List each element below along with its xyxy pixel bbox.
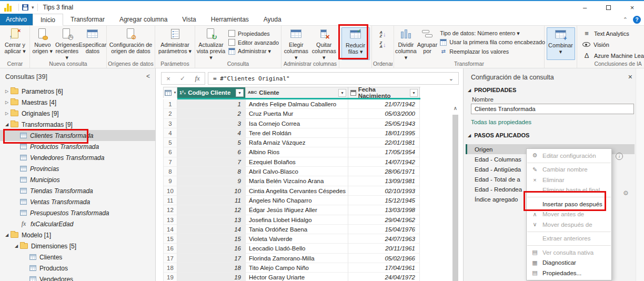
remove-columns-button[interactable]: × Quitar columnas ▾	[310, 27, 338, 60]
cell-cliente[interactable]: Josefina Llobet Hidalgo	[246, 215, 348, 225]
cell-cliente[interactable]: Cruz Puerta Mur	[246, 109, 348, 118]
cell-codigo[interactable]: 2	[177, 109, 246, 118]
cell-fecha[interactable]: 02/10/1993	[348, 186, 420, 196]
cell-fecha[interactable]: 13/03/1998	[348, 205, 420, 215]
query-item[interactable]: Ventas Transformada	[0, 196, 155, 207]
column-header-cliente[interactable]: ABC Cliente ▾	[246, 87, 348, 98]
choose-columns-button[interactable]: Elegir columnas ▾	[283, 27, 310, 60]
cell-fecha[interactable]: 14/07/1942	[348, 157, 420, 167]
tab-herramientas[interactable]: Herramientas	[204, 14, 256, 25]
cell-fecha[interactable]: 18/01/1995	[348, 128, 420, 138]
query-item[interactable]: ▷Parametros [6]	[0, 86, 155, 97]
table-row[interactable]: 44Tere del Roldán18/01/1995	[163, 128, 420, 138]
query-item[interactable]: Municipios	[0, 174, 155, 185]
query-item[interactable]: fxfxCalcularEdad	[0, 218, 155, 229]
query-item[interactable]: Clientes Transformada	[0, 130, 155, 141]
cell-codigo[interactable]: 3	[177, 119, 246, 128]
cell-codigo[interactable]: 18	[177, 263, 246, 273]
tree-expander-icon[interactable]: ▷	[3, 89, 11, 94]
column-header-fecha-nacimiento[interactable]: Fecha Nacimiento ▾	[348, 87, 420, 98]
tab-ayuda[interactable]: Ayuda	[256, 14, 289, 25]
cell-cliente[interactable]: Édgar Jesús Iñiguez Aller	[246, 205, 348, 215]
column-header-codigo-cliente[interactable]: 1²₃ Codigo Cliente ▾	[177, 87, 246, 98]
help-icon[interactable]: ?	[633, 16, 641, 24]
cell-codigo[interactable]: 9	[177, 176, 246, 186]
table-row[interactable]: 1818Tito Alejo Campo Niño17/04/1961	[163, 263, 420, 273]
cell-codigo[interactable]: 15	[177, 234, 246, 244]
maximize-button[interactable]	[597, 1, 620, 14]
data-source-settings-button[interactable]: ⚙ Configuración de origen de datos	[108, 27, 154, 60]
cell-fecha[interactable]: 15/12/1945	[348, 196, 420, 205]
filter-dropdown-button[interactable]: ▾	[236, 89, 244, 97]
cell-codigo[interactable]: 4	[177, 128, 246, 138]
menu-item[interactable]: ▦Diagnosticar	[527, 258, 611, 268]
query-item[interactable]: Productos	[0, 263, 155, 274]
cell-fecha[interactable]: 05/03/2000	[348, 109, 420, 118]
cell-fecha[interactable]: 21/07/1942	[348, 99, 420, 109]
query-item[interactable]: Vendedores	[0, 274, 155, 281]
cell-cliente[interactable]: Andrés Felipe Dalmau Caballero	[246, 99, 348, 109]
step-settings-gear-icon[interactable]: ⚙	[623, 189, 629, 197]
cell-cliente[interactable]: Ángeles Niño Chaparro	[246, 196, 348, 205]
tab-agregar-columna[interactable]: Agregar columna	[112, 14, 175, 25]
formula-cancel-icon[interactable]: ×	[166, 75, 170, 83]
cell-cliente[interactable]: Albino Rios	[246, 147, 348, 157]
split-column-button[interactable]: Dividir columna ▾	[395, 27, 417, 60]
azure-ml-button[interactable]: ΔAzure Machine Learning	[582, 51, 644, 60]
enter-data-button[interactable]: Especificar datos	[80, 27, 105, 60]
vision-button[interactable]: Visión	[582, 40, 644, 49]
properties-section-header[interactable]: ◢ PROPIEDADES	[468, 87, 516, 93]
formula-expand-icon[interactable]: ⌄	[449, 75, 454, 82]
cell-codigo[interactable]: 13	[177, 215, 246, 225]
query-item[interactable]: ▷Originales [9]	[0, 108, 155, 119]
cell-codigo[interactable]: 12	[177, 205, 246, 215]
sort-descending-button[interactable]: ZA ↓	[376, 40, 390, 49]
tree-expander-icon[interactable]: ▷	[3, 100, 11, 105]
cell-fecha[interactable]: 28/06/1971	[348, 167, 420, 176]
applied-steps-section-header[interactable]: ◢ PASOS APLICADOS	[468, 132, 529, 138]
table-row[interactable]: 1313Josefina Llobet Hidalgo29/04/1962	[163, 215, 420, 225]
table-corner-button[interactable]: ▾	[163, 87, 177, 98]
cell-fecha[interactable]: 15/04/1976	[348, 225, 420, 234]
cell-codigo[interactable]: 19	[177, 273, 246, 281]
cell-codigo[interactable]: 11	[177, 196, 246, 205]
filter-dropdown-button[interactable]: ▾	[410, 89, 418, 97]
refresh-preview-button[interactable]: ↻ Actualizar vista previa ▾	[196, 27, 226, 60]
cell-cliente[interactable]: Leocadio Lladó-Bello	[246, 244, 348, 253]
table-row[interactable]: 66Albino Rios17/05/1954	[163, 147, 420, 157]
cell-codigo[interactable]: 6	[177, 147, 246, 157]
table-vertical-scrollbar[interactable]: ∧	[452, 104, 459, 281]
query-item[interactable]: ◢Dimensiones [5]	[0, 240, 155, 252]
table-row[interactable]: 1111Ángeles Niño Chaparro15/12/1945	[163, 196, 420, 205]
cell-fecha[interactable]: 20/11/1961	[348, 244, 420, 253]
cell-cliente[interactable]: Abril Calvo-Blasco	[246, 167, 348, 176]
cell-codigo[interactable]: 1	[177, 99, 246, 109]
query-item[interactable]: Presupuestos Transformada	[0, 207, 155, 218]
cell-codigo[interactable]: 5	[177, 138, 246, 147]
cell-cliente[interactable]: Tere del Roldán	[246, 128, 348, 138]
cell-cliente[interactable]: Héctor Garay Uriarte	[246, 273, 348, 281]
menu-item[interactable]: ▤Propiedades...	[527, 268, 611, 278]
settings-close-icon[interactable]: ×	[628, 73, 632, 81]
cell-fecha[interactable]: 29/04/1962	[348, 215, 420, 225]
manage-parameters-button[interactable]: Administrar parámetros ▾	[157, 27, 194, 60]
table-row[interactable]: 99María Belén Vizcaíno Arana13/09/1981	[163, 176, 420, 186]
sort-ascending-button[interactable]: AZ ↓	[376, 29, 390, 38]
table-row[interactable]: 88Abril Calvo-Blasco28/06/1971	[163, 167, 420, 176]
table-row[interactable]: 1717Florinda Zamorano-Milla05/02/1966	[163, 254, 420, 263]
use-first-row-as-headers-button[interactable]: Usar la primera fila como encabezado ▾	[440, 39, 549, 46]
query-item[interactable]: Vendedores Transformada	[0, 152, 155, 163]
query-item[interactable]: Clientes	[0, 252, 155, 263]
tree-expander-icon[interactable]: ▷	[3, 111, 11, 116]
cell-cliente[interactable]: Rafa Arnaiz Vázquez	[246, 138, 348, 147]
cell-cliente[interactable]: Violeta Valverde	[246, 234, 348, 244]
formula-input[interactable]: = #"Clientes Original" ⌄	[208, 72, 459, 85]
collapse-ribbon-icon[interactable]: ⌃	[623, 16, 628, 23]
table-row[interactable]: 11Andrés Felipe Dalmau Caballero21/07/19…	[163, 99, 420, 109]
cell-codigo[interactable]: 16	[177, 244, 246, 253]
tree-expander-icon[interactable]: ◢	[3, 233, 11, 237]
cell-fecha[interactable]: 17/05/1954	[348, 147, 420, 157]
advanced-editor-button[interactable]: Editor avanzado	[228, 39, 279, 46]
cell-cliente[interactable]: Isa Cornejo Correa	[246, 119, 348, 128]
query-item[interactable]: Productos Transformada	[0, 141, 155, 152]
